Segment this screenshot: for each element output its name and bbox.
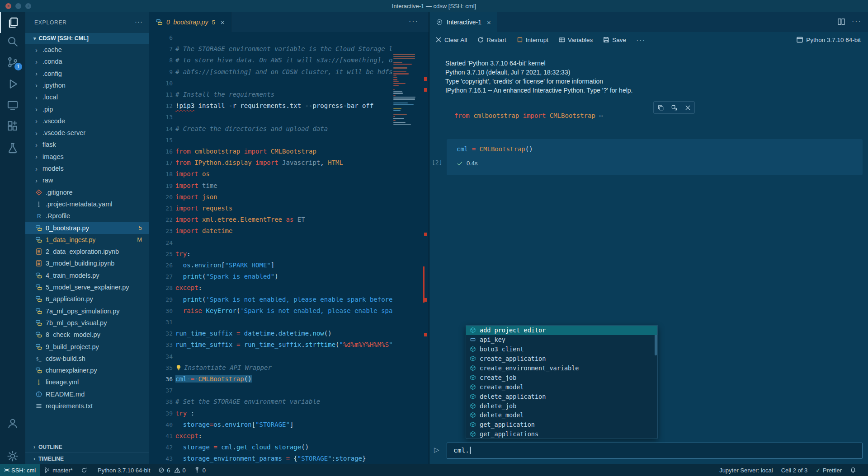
tree-item-README.md[interactable]: README.md (25, 388, 149, 400)
code-line-37[interactable] (175, 385, 392, 396)
suggestion-create_application[interactable]: create_application (466, 354, 657, 364)
tab-interactive-1[interactable]: Interactive-1 × (429, 12, 497, 32)
tree-item-requirements.txt[interactable]: requirements.txt (25, 400, 149, 412)
tree-item-.Rprofile[interactable]: R.Rprofile (25, 210, 149, 222)
status-notifications[interactable] (846, 464, 863, 476)
run-input-icon[interactable]: ▷ (434, 446, 439, 454)
code-line-12[interactable]: !pip3 install -r requirements.txt --prog… (175, 100, 392, 112)
tree-item-.ipython[interactable]: ›.ipython (25, 79, 149, 91)
tree-item-.vscode[interactable]: ›.vscode (25, 115, 149, 127)
suggestion-delete_job[interactable]: delete_job (466, 401, 657, 411)
tree-item-2_data_exploration.ipynb[interactable]: 2_data_exploration.ipynb (25, 246, 149, 257)
suggestion-api_key[interactable]: api_key (466, 335, 657, 345)
tree-item-8_check_model.py[interactable]: 8_check_model.py (25, 329, 149, 341)
code-line-19[interactable]: import time (175, 180, 392, 191)
code-line-31[interactable] (175, 317, 392, 328)
suggestion-delete_model[interactable]: delete_model (466, 411, 657, 420)
tree-item-.pip[interactable]: ›.pip (25, 103, 149, 115)
suggestion-create_environment_variable[interactable]: create_environment_variable (466, 364, 657, 373)
tree-item-.vscode-server[interactable]: ›.vscode-server (25, 127, 149, 139)
status-problems[interactable]: 60 (154, 464, 189, 476)
tree-item-5_model_serve_explainer.py[interactable]: 5_model_serve_explainer.py (25, 281, 149, 293)
remove-cell-button[interactable] (681, 102, 694, 113)
overview-ruler[interactable] (423, 52, 429, 464)
code-line-22[interactable]: import xml.etree.ElementTree as ET (175, 214, 392, 225)
sidebar-more-icon[interactable]: ··· (135, 18, 143, 25)
activity-item-accounts[interactable] (0, 413, 25, 434)
workspace-section-header[interactable]: ▾CDSW [SSH: CML] (25, 33, 149, 44)
activity-item-search[interactable] (0, 31, 25, 52)
tree-item-images[interactable]: ›images (25, 151, 149, 163)
code-line-41[interactable]: except: (175, 430, 392, 442)
tree-item-0_bootstrap.py[interactable]: 0_bootstrap.py5 (25, 222, 149, 234)
code-line-24[interactable] (175, 237, 392, 248)
tree-item-6_application.py[interactable]: 6_application.py (25, 293, 149, 305)
status-jupyter-server[interactable]: Jupyter Server: local (715, 464, 777, 476)
tree-item-models[interactable]: ›models (25, 163, 149, 174)
tree-item-9_build_project.py[interactable]: 9_build_project.py (25, 341, 149, 353)
tree-item-.local[interactable]: ›.local (25, 91, 149, 103)
suggestion-add_project_editor[interactable]: add_project_editor (466, 326, 657, 335)
tree-item-.conda[interactable]: ›.conda (25, 56, 149, 67)
tree-item-4_train_models.py[interactable]: 4_train_models.py (25, 270, 149, 281)
tab-close-icon[interactable]: × (221, 19, 225, 26)
tree-item-7a_ml_ops_simulation.py[interactable]: 7a_ml_ops_simulation.py (25, 305, 149, 317)
code-line-9[interactable]: # abfs://[something] and on CDSW cluster… (175, 66, 392, 78)
code-line-32[interactable]: run_time_suffix = datetime.datetime.now(… (175, 328, 392, 339)
interactive-input[interactable]: cml. (447, 443, 863, 459)
timeline-pane-header[interactable]: ›TIMELINE (25, 453, 149, 464)
code-line-18[interactable]: import os (175, 168, 392, 180)
activity-item-source-control[interactable]: 1 (0, 52, 25, 73)
more-button[interactable]: ··· (636, 36, 646, 44)
code-line-26[interactable]: os.environ["SPARK_HOME"] (175, 260, 392, 271)
code-line-10[interactable] (175, 78, 392, 89)
tab-close-icon[interactable]: × (487, 19, 491, 26)
minimap[interactable] (392, 52, 421, 464)
variables-button[interactable]: Variables (558, 36, 593, 43)
tree-item-.config[interactable]: ›.config (25, 68, 149, 79)
suggestion-boto3_client[interactable]: boto3_client (466, 345, 657, 354)
code-line-23[interactable]: import datetime (175, 225, 392, 237)
code-editor[interactable]: 6789101112131415161718192021222324252627… (149, 32, 429, 464)
code-line-42[interactable]: storage = cml.get_cloud_storage() (175, 442, 392, 453)
code-line-40[interactable]: storage=os.environ["STORAGE"] (175, 419, 392, 430)
status-remote-indicator[interactable]: ><SSH: cml (0, 464, 40, 476)
code-line-29[interactable]: print('Spark is not enabled, please enab… (175, 294, 392, 305)
activity-item-explorer[interactable] (0, 12, 25, 33)
tree-item-.gitignore[interactable]: .gitignore (25, 187, 149, 198)
tree-item-flask[interactable]: ›flask (25, 139, 149, 150)
code-line-6[interactable] (175, 32, 392, 43)
history-cell-2[interactable]: cml = CMLBootstrap() 0.4s (447, 139, 863, 175)
suggestion-delete_application[interactable]: delete_application (466, 392, 657, 401)
code-line-13[interactable] (175, 112, 392, 123)
interrupt-button[interactable]: Interrupt (516, 36, 548, 43)
code-line-30[interactable]: raise KeyError('Spark is not enabled, pl… (175, 305, 392, 317)
code-line-43[interactable]: storage_environment_params = {"STORAGE":… (175, 453, 392, 464)
code-line-11[interactable]: # Install the requirements (175, 89, 392, 100)
code-line-16[interactable]: from cmlbootstrap import CMLBootstrap (175, 146, 392, 157)
code-line-15[interactable] (175, 135, 392, 146)
code-line-38[interactable]: # Set the STORAGE environment variable (175, 396, 392, 407)
tree-item-churnexplainer.py[interactable]: churnexplainer.py (25, 364, 149, 376)
status-ports[interactable]: 0 (190, 464, 210, 476)
activity-item-run-debug[interactable] (0, 74, 25, 94)
tree-item-raw[interactable]: ›raw (25, 174, 149, 186)
tab-0_bootstrap[interactable]: 0_bootstrap.py 5 × (149, 12, 231, 32)
code-line-27[interactable]: print("Spark is enabled") (175, 271, 392, 282)
code-line-33[interactable]: run_time_suffix = run_time_suffix.strfti… (175, 339, 392, 350)
tree-item-lineage.yml[interactable]: lineage.yml (25, 376, 149, 388)
code-line-8[interactable]: # to store hive data. On AWS it will s3a… (175, 55, 392, 66)
status-prettier[interactable]: ✓Prettier (811, 464, 846, 476)
tree-item-7b_ml_ops_visual.py[interactable]: 7b_ml_ops_visual.py (25, 317, 149, 329)
save-button[interactable]: Save (603, 36, 626, 43)
tree-item-cdsw-build.sh[interactable]: $_cdsw-build.sh (25, 353, 149, 364)
panel-more-actions-icon[interactable]: ··· (852, 18, 862, 26)
tree-item-.project-metadata.yaml[interactable]: .project-metadata.yaml (25, 198, 149, 210)
tree-item-3_model_building.ipynb[interactable]: 3_model_building.ipynb (25, 257, 149, 269)
outline-pane-header[interactable]: ›OUTLINE (25, 441, 149, 453)
activity-item-extensions[interactable] (0, 116, 25, 136)
activity-item-settings[interactable] (0, 446, 25, 467)
suggestion-create_model[interactable]: create_model (466, 382, 657, 392)
copy-cell-button[interactable] (654, 102, 667, 113)
suggestion-get_application[interactable]: get_application (466, 420, 657, 429)
